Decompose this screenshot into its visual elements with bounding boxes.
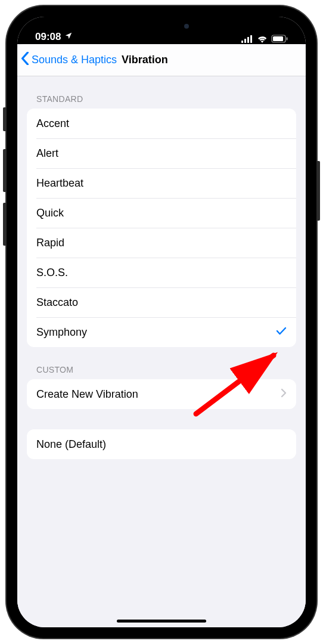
custom-list: Create New Vibration <box>27 379 296 409</box>
vibration-option-heartbeat[interactable]: Heartbeat <box>27 168 296 198</box>
vibration-option-none[interactable]: None (Default) <box>27 429 296 459</box>
vibration-option-alert[interactable]: Alert <box>27 138 296 168</box>
none-list: None (Default) <box>27 429 296 459</box>
scroll-body[interactable]: STANDARD Accent Alert Heartbeat Quick <box>17 76 306 627</box>
svg-rect-2 <box>247 37 249 43</box>
option-label: Accent <box>36 117 69 130</box>
mute-switch <box>3 107 7 131</box>
create-new-vibration[interactable]: Create New Vibration <box>27 379 296 409</box>
option-label: Rapid <box>36 237 64 249</box>
section-header-custom: CUSTOM <box>27 347 296 379</box>
svg-rect-5 <box>287 38 288 41</box>
option-label: Quick <box>36 207 64 219</box>
vibration-option-quick[interactable]: Quick <box>27 198 296 228</box>
vibration-option-sos[interactable]: S.O.S. <box>27 258 296 287</box>
create-label: Create New Vibration <box>36 388 138 401</box>
option-label: None (Default) <box>36 438 106 451</box>
location-arrow-icon <box>64 31 73 43</box>
svg-rect-1 <box>244 39 246 43</box>
svg-rect-3 <box>250 35 252 43</box>
screen: 09:08 <box>17 17 306 627</box>
cellular-signal-icon <box>241 35 253 43</box>
volume-up-button <box>3 149 7 192</box>
svg-rect-6 <box>273 36 283 41</box>
chevron-left-icon <box>21 52 29 68</box>
back-label: Sounds & Haptics <box>32 54 117 66</box>
standard-list: Accent Alert Heartbeat Quick Rapid <box>27 109 296 347</box>
nav-bar: Sounds & Haptics Vibration <box>17 44 306 76</box>
vibration-option-symphony[interactable]: Symphony <box>27 317 296 347</box>
spacer <box>27 409 296 429</box>
phone-frame: 09:08 <box>7 6 316 638</box>
status-time: 09:08 <box>35 31 61 43</box>
notch <box>96 17 227 36</box>
side-button <box>316 161 320 221</box>
front-camera-icon <box>184 24 189 29</box>
vibration-option-accent[interactable]: Accent <box>27 109 296 138</box>
option-label: Staccato <box>36 296 78 309</box>
home-indicator[interactable] <box>117 620 206 623</box>
vibration-option-rapid[interactable]: Rapid <box>27 228 296 258</box>
checkmark-icon <box>276 326 287 339</box>
chevron-right-icon <box>281 388 287 401</box>
battery-icon <box>271 35 288 43</box>
option-label: Alert <box>36 147 58 160</box>
option-label: S.O.S. <box>36 267 68 279</box>
svg-rect-0 <box>241 41 243 43</box>
page-title: Vibration <box>122 54 168 66</box>
vibration-option-staccato[interactable]: Staccato <box>27 287 296 317</box>
option-label: Heartbeat <box>36 177 83 190</box>
option-label: Symphony <box>36 326 87 339</box>
section-header-standard: STANDARD <box>27 76 296 109</box>
wifi-icon <box>257 35 268 43</box>
volume-down-button <box>3 203 7 246</box>
content: Sounds & Haptics Vibration STANDARD Acce… <box>17 44 306 627</box>
back-button[interactable]: Sounds & Haptics <box>21 52 117 68</box>
